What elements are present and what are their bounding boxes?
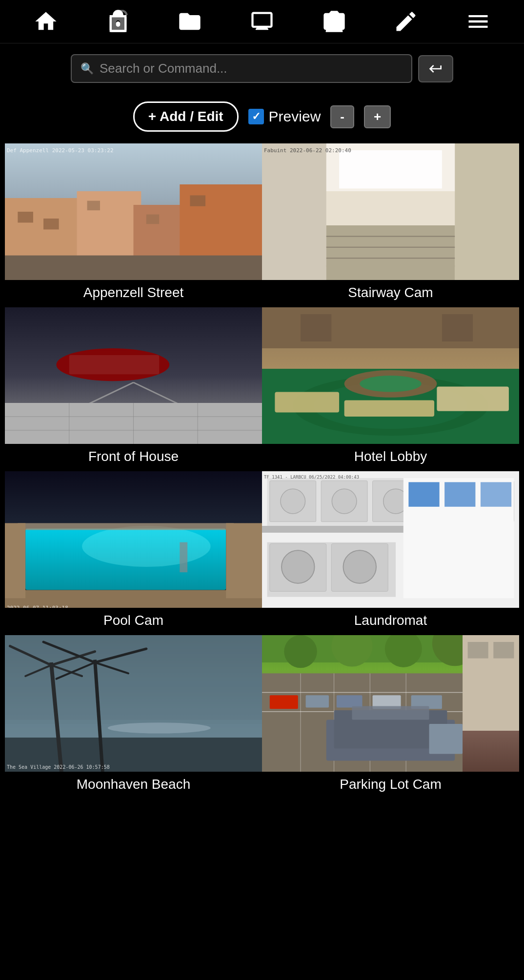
svg-rect-21 [262, 143, 326, 280]
svg-rect-126 [429, 724, 463, 754]
svg-rect-109 [468, 642, 488, 659]
svg-rect-12 [87, 201, 100, 211]
svg-rect-50 [442, 314, 473, 341]
svg-rect-125 [352, 706, 429, 720]
controls-row: + Add / Edit Preview - + [0, 94, 524, 143]
svg-rect-54 [18, 523, 234, 530]
svg-rect-80 [408, 482, 439, 506]
svg-text:2022-06-07 11:03:18: 2022-06-07 11:03:18 [7, 605, 68, 608]
menu-nav-icon[interactable] [465, 9, 491, 34]
svg-rect-120 [337, 695, 363, 707]
camera-label-4: Hotel Lobby [352, 444, 429, 471]
folder-nav-icon[interactable] [177, 9, 202, 34]
svg-text:Fabuint   2022-06-22 02:20:40: Fabuint 2022-06-22 02:20:40 [264, 147, 351, 154]
camera-item-2[interactable]: Fabuint 2022-06-22 02:20:40 Stairway Cam [262, 143, 519, 307]
svg-rect-73 [262, 526, 403, 533]
camera-thumb-7: The Sea Village 2022-06-26 10:57:58 [5, 635, 262, 772]
camera-thumb-5: 2022-06-07 11:03:18 [5, 471, 262, 608]
enter-button[interactable] [418, 55, 453, 82]
svg-rect-10 [18, 212, 33, 222]
svg-rect-49 [301, 314, 331, 341]
lock-nav-icon[interactable] [105, 9, 131, 34]
camera-item-7[interactable]: The Sea Village 2022-06-26 10:57:58 Moon… [5, 635, 262, 799]
svg-rect-110 [493, 642, 514, 659]
svg-point-69 [332, 489, 357, 514]
search-input-wrapper: 🔍 [71, 54, 412, 83]
camera-label-8: Parking Lot Cam [338, 772, 443, 799]
camera-thumb-3 [5, 307, 262, 444]
svg-rect-23 [326, 225, 455, 280]
svg-rect-15 [5, 256, 262, 280]
size-minus-button[interactable]: - [330, 105, 354, 128]
svg-rect-82 [481, 482, 511, 506]
svg-rect-99 [5, 635, 262, 772]
svg-rect-32 [69, 355, 159, 374]
svg-rect-43 [275, 392, 339, 413]
preview-checkbox[interactable] [248, 109, 264, 124]
camera-label-2: Stairway Cam [346, 280, 435, 307]
camera-label-3: Front of House [86, 444, 181, 471]
svg-rect-58 [180, 542, 187, 573]
camera-item-5[interactable]: 2022-06-07 11:03:18 Pool Cam [5, 471, 262, 635]
camera-label-5: Pool Cam [101, 608, 165, 635]
svg-rect-57 [226, 523, 262, 598]
top-navigation [0, 0, 524, 43]
svg-rect-44 [437, 386, 509, 411]
svg-text:The Sea Village 2022-06-26 10:: The Sea Village 2022-06-26 10:57:58 [7, 764, 110, 770]
svg-text:Def Appenzell 2022-05-23 03:23: Def Appenzell 2022-05-23 03:23:22 [7, 147, 114, 154]
svg-point-68 [281, 489, 305, 514]
svg-text:TF 1341 - LARBCU 06/25/2022 04: TF 1341 - LARBCU 06/25/2022 04:00:43 [264, 475, 359, 480]
svg-rect-13 [146, 215, 159, 224]
svg-rect-22 [455, 143, 519, 280]
preview-group: Preview [248, 108, 321, 125]
add-edit-button[interactable]: + Add / Edit [133, 101, 239, 132]
camera-thumb-8 [262, 635, 519, 772]
svg-point-2 [116, 21, 120, 26]
svg-rect-14 [190, 195, 205, 206]
svg-rect-45 [344, 400, 434, 417]
search-input[interactable] [100, 61, 403, 76]
svg-rect-11 [43, 219, 59, 229]
svg-rect-20 [339, 150, 442, 188]
svg-point-77 [282, 550, 315, 583]
camera-thumb-2: Fabuint 2022-06-22 02:20:40 [262, 143, 519, 280]
svg-rect-56 [5, 523, 25, 598]
monitor-nav-icon[interactable] [249, 9, 275, 34]
camera-label-7: Moonhaven Beach [75, 772, 193, 799]
svg-point-103 [284, 635, 317, 668]
camera-item-6[interactable]: TF 1341 - LARBCU 06/25/2022 04:00:43 Lau… [262, 471, 519, 635]
preview-label: Preview [269, 108, 321, 125]
edit-nav-icon[interactable] [393, 9, 419, 34]
camera-thumb-6: TF 1341 - LARBCU 06/25/2022 04:00:43 [262, 471, 519, 608]
svg-point-53 [82, 526, 211, 567]
camera-label-6: Laundromat [352, 608, 429, 635]
svg-rect-118 [270, 695, 298, 709]
camera-item-3[interactable]: Front of House [5, 307, 262, 471]
search-icon: 🔍 [81, 62, 94, 75]
camera-label-1: Appenzell Street [81, 280, 185, 307]
home-nav-icon[interactable] [33, 9, 59, 34]
svg-rect-81 [444, 482, 475, 506]
camera-item-8[interactable]: Parking Lot Cam [262, 635, 519, 799]
svg-point-78 [343, 550, 377, 583]
camera-user-nav-icon[interactable] [322, 9, 347, 34]
size-plus-button[interactable]: + [364, 105, 391, 128]
svg-rect-48 [262, 307, 519, 348]
camera-thumb-1: Def Appenzell 2022-05-23 03:23:22 [5, 143, 262, 280]
svg-point-47 [360, 376, 421, 392]
camera-item-1[interactable]: Def Appenzell 2022-05-23 03:23:22 Appenz… [5, 143, 262, 307]
search-bar-area: 🔍 [0, 43, 524, 94]
camera-item-4[interactable]: Hotel Lobby [262, 307, 519, 471]
camera-grid: Def Appenzell 2022-05-23 03:23:22 Appenz… [0, 143, 524, 799]
camera-thumb-4 [262, 307, 519, 444]
svg-rect-119 [306, 695, 329, 707]
